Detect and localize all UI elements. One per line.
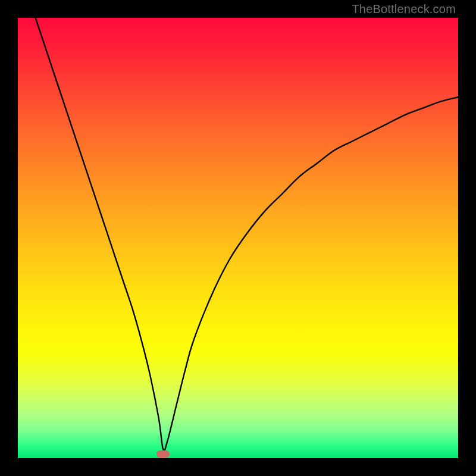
bottleneck-curve <box>18 18 458 458</box>
watermark-text: TheBottleneck.com <box>352 2 456 16</box>
chart-stage: TheBottleneck.com <box>0 0 476 476</box>
plot-area <box>18 18 458 458</box>
optimum-marker <box>156 450 170 458</box>
